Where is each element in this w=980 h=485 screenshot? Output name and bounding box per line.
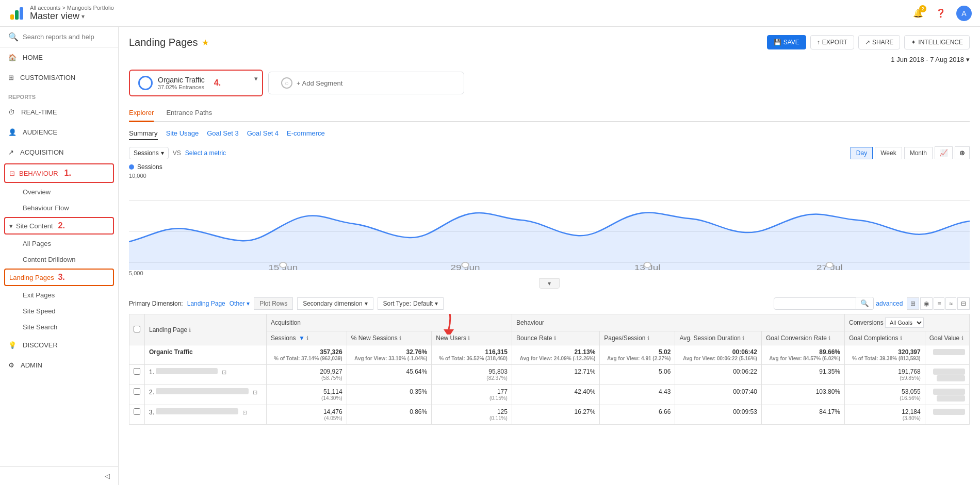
line-chart-icon-button[interactable]: 📈 [935, 146, 953, 159]
sidebar-item-all-pages[interactable]: All Pages [0, 236, 118, 252]
pivot-view-button[interactable]: ⊟ [957, 297, 970, 310]
save-button[interactable]: 💾 SAVE [767, 35, 806, 49]
goal-value-header[interactable]: Goal Value ℹ [925, 331, 969, 345]
sidebar-item-behaviour-flow[interactable]: Behaviour Flow [0, 200, 118, 216]
chart-expand-button[interactable]: ▾ [129, 278, 970, 289]
row3-checkbox-input[interactable] [134, 408, 140, 415]
table-row: 1. ⊡ 209,927 (58.75%) 45.64% 95,803 [129, 365, 970, 385]
segment-dropdown-button[interactable]: ▾ [254, 75, 258, 82]
sidebar-item-content-drilldown[interactable]: Content Drilldown [0, 252, 118, 267]
sidebar-item-home[interactable]: 🏠 HOME [0, 47, 118, 68]
sidebar-item-exit-pages[interactable]: Exit Pages [0, 287, 118, 303]
sidebar-item-behaviour[interactable]: ⊡ BEHAVIOUR 1. [4, 163, 114, 183]
goal-completions-header[interactable]: Goal Completions ℹ [845, 331, 925, 345]
all-goals-select[interactable]: All Goals [885, 317, 924, 328]
row2-checkbox[interactable] [129, 385, 145, 405]
month-view-button[interactable]: Month [904, 147, 933, 159]
audience-icon: 👤 [8, 128, 17, 136]
sidebar-item-admin[interactable]: ⚙ ADMIN [0, 355, 118, 375]
sidebar-item-landing-pages[interactable]: Landing Pages 3. [4, 269, 114, 286]
tab-ecommerce[interactable]: E-commerce [287, 127, 325, 140]
plot-rows-button[interactable]: Plot Rows [254, 297, 293, 310]
acquisition-group-header: Acquisition [266, 314, 512, 331]
sidebar-item-overview[interactable]: Overview [0, 184, 118, 200]
row3-checkbox[interactable] [129, 405, 145, 425]
row1-checkbox-input[interactable] [134, 368, 140, 375]
tab-site-usage[interactable]: Site Usage [166, 127, 199, 140]
select-all-checkbox[interactable] [134, 326, 140, 332]
search-input[interactable] [23, 33, 110, 41]
pages-session-header[interactable]: Pages/Session ℹ [600, 331, 675, 345]
header-right: 🔔 2 ❓ A [911, 6, 972, 21]
content-area: Landing Pages ★ 💾 SAVE ↑ EXPORT ↗ SHARE … [119, 27, 980, 485]
notification-icon[interactable]: 🔔 2 [911, 6, 925, 21]
tab-explorer[interactable]: Explorer [129, 105, 154, 122]
table-search-container: 🔍 advanced ⊞ ◉ ≡ ≈ ⊟ [774, 297, 970, 310]
sidebar-collapse-button[interactable]: ◁ [0, 466, 118, 485]
new-users-header[interactable]: New Users ℹ [432, 331, 512, 345]
sidebar-item-acquisition[interactable]: ↗ ACQUISITION [0, 142, 118, 162]
sort-arrow-icon: ▾ [435, 300, 438, 307]
scatter-view-button[interactable]: ≈ [945, 297, 956, 310]
sidebar-item-discover[interactable]: 💡 DISCOVER [0, 335, 118, 355]
secondary-dimension-button[interactable]: Secondary dimension ▾ [297, 297, 373, 310]
tab-goal-set-3[interactable]: Goal Set 3 [207, 127, 238, 140]
sort-type-button[interactable]: Sort Type: Default ▾ [378, 297, 444, 310]
table-row: 2. ⊡ 51,114 (14.30%) 0.35% 177 [129, 385, 970, 405]
row1-page-link[interactable] [156, 368, 218, 374]
date-range-selector[interactable]: 1 Jun 2018 - 7 Aug 2018 ▾ [129, 56, 970, 63]
row2-sessions-cell: 51,114 (14.30%) [266, 385, 347, 405]
bar-view-button[interactable]: ≡ [934, 297, 944, 310]
table-search-button[interactable]: 🔍 [856, 297, 874, 310]
tab-goal-set-4[interactable]: Goal Set 4 [247, 127, 279, 140]
row3-page-link[interactable] [156, 408, 238, 414]
row3-goal-comp-cell: 12,184 (3.80%) [845, 405, 925, 425]
table-search-input[interactable] [774, 297, 856, 310]
select-all-checkbox-header[interactable] [129, 314, 145, 345]
add-segment-button[interactable]: ○ + Add Segment [268, 72, 464, 94]
advanced-link[interactable]: advanced [876, 300, 903, 307]
master-view-dropdown[interactable]: Master view ▾ [30, 11, 114, 22]
tab-entrance-paths[interactable]: Entrance Paths [166, 105, 212, 122]
day-view-button[interactable]: Day [851, 147, 873, 159]
row1-checkbox[interactable] [129, 365, 145, 385]
pct-new-sessions-header[interactable]: % New Sessions ℹ [347, 331, 432, 345]
sidebar-item-site-content[interactable]: ▾ Site Content 2. [4, 217, 114, 235]
totals-checkbox-cell [129, 345, 145, 365]
sidebar-item-audience[interactable]: 👤 AUDIENCE [0, 122, 118, 142]
pie-chart-icon-button[interactable]: ⊕ [955, 146, 970, 159]
export-button[interactable]: ↑ EXPORT [810, 35, 854, 49]
row2-pct-new-cell: 0.35% [347, 385, 432, 405]
help-icon[interactable]: ❓ [934, 6, 948, 21]
sessions-header[interactable]: Sessions ▼ ℹ [266, 331, 347, 345]
avg-session-duration-header[interactable]: Avg. Session Duration ℹ [675, 331, 761, 345]
tab-summary[interactable]: Summary [129, 127, 158, 140]
share-button[interactable]: ↗ SHARE [858, 35, 900, 49]
goal-conv-rate-header[interactable]: Goal Conversion Rate ℹ [761, 331, 844, 345]
landing-page-header[interactable]: Landing Page ℹ [145, 314, 267, 345]
bounce-rate-header[interactable]: Bounce Rate ℹ [512, 331, 599, 345]
pie-view-button[interactable]: ◉ [920, 297, 933, 310]
grid-view-button[interactable]: ⊞ [907, 297, 919, 310]
organic-traffic-segment[interactable]: Organic Traffic 37.02% Entrances ▾ 4. [129, 70, 263, 96]
expand-chart-btn[interactable]: ▾ [539, 278, 560, 289]
row2-page-link[interactable] [156, 388, 249, 394]
page-header: Landing Pages ★ 💾 SAVE ↑ EXPORT ↗ SHARE … [129, 35, 970, 49]
sidebar-item-site-speed[interactable]: Site Speed [0, 303, 118, 319]
sidebar-item-realtime[interactable]: ⏱ REAL-TIME [0, 102, 118, 122]
intelligence-button[interactable]: ✦ INTELLIGENCE [904, 35, 970, 49]
avatar[interactable]: A [956, 6, 972, 21]
week-view-button[interactable]: Week [875, 147, 902, 159]
chart-y-max-label: 10,000 [129, 173, 970, 179]
row2-goal-comp-cell: 53,055 (16.56%) [845, 385, 925, 405]
select-metric-link[interactable]: Select a metric [185, 149, 226, 157]
sidebar-item-customisation[interactable]: ⊞ CUSTOMISATION [0, 68, 118, 88]
row3-avg-duration-cell: 00:09:53 [675, 405, 761, 425]
star-icon[interactable]: ★ [202, 38, 209, 47]
row2-checkbox-input[interactable] [134, 388, 140, 395]
header-title-area: All accounts > Mangools Portfolio Master… [30, 5, 114, 22]
dimension-value-link[interactable]: Landing Page [187, 300, 225, 307]
other-dimension-link[interactable]: Other ▾ [230, 300, 250, 307]
sessions-metric-selector[interactable]: Sessions ▾ [129, 147, 169, 159]
sidebar-item-site-search[interactable]: Site Search [0, 319, 118, 335]
